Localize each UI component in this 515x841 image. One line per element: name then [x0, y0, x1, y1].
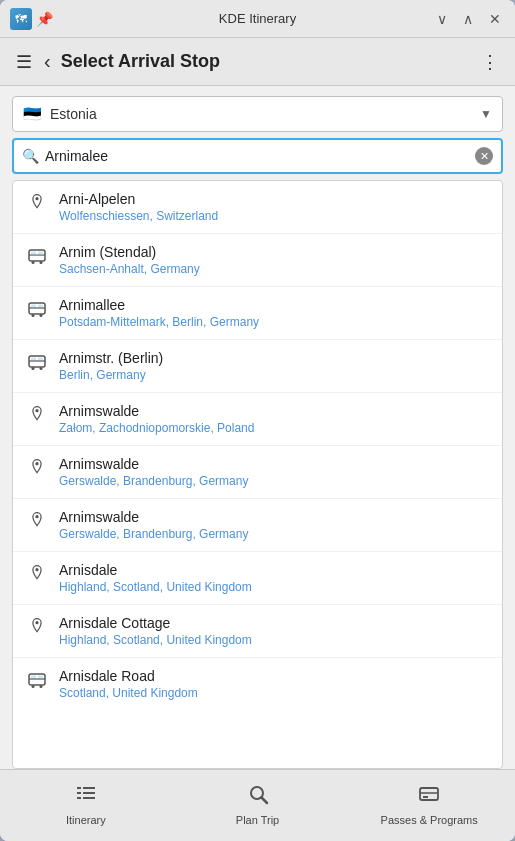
- svg-rect-39: [83, 797, 95, 799]
- svg-point-22: [35, 409, 38, 412]
- list-item[interactable]: Arnimswalde Gerswalde, Brandenburg, Germ…: [13, 446, 502, 499]
- result-name: Arnim (Stendal): [59, 244, 488, 260]
- svg-point-24: [35, 515, 38, 518]
- nav-plan-trip[interactable]: Plan Trip: [172, 770, 344, 841]
- svg-point-17: [32, 367, 35, 370]
- svg-rect-37: [83, 792, 95, 794]
- passes-icon: [418, 783, 440, 810]
- back-icon: ‹: [44, 50, 51, 73]
- result-name: Arnisdale Cottage: [59, 615, 488, 631]
- list-item[interactable]: Arni-Alpelen Wolfenschiessen, Switzerlan…: [13, 181, 502, 234]
- result-name: Arnimstr. (Berlin): [59, 350, 488, 366]
- list-item[interactable]: Arnimswalde Gerswalde, Brandenburg, Germ…: [13, 499, 502, 552]
- plan-trip-nav-label: Plan Trip: [236, 814, 279, 827]
- list-item[interactable]: Arnisdale Highland, Scotland, United Kin…: [13, 552, 502, 605]
- result-location: Wolfenschiessen, Switzerland: [59, 209, 488, 223]
- svg-rect-32: [31, 676, 36, 679]
- svg-rect-33: [38, 676, 43, 679]
- svg-rect-38: [77, 797, 81, 799]
- bus-stop-icon: [27, 670, 47, 690]
- menu-button[interactable]: ☰: [10, 45, 38, 79]
- app-icon: 🗺: [10, 8, 32, 30]
- bottom-navigation: Itinerary Plan Trip Passes & Programs: [0, 769, 515, 841]
- svg-point-3: [32, 261, 35, 264]
- close-button[interactable]: ✕: [485, 9, 505, 29]
- bus-stop-icon: [27, 299, 47, 319]
- svg-point-10: [32, 314, 35, 317]
- minimize-button[interactable]: ∨: [433, 9, 451, 29]
- svg-point-0: [35, 197, 38, 200]
- list-icon: [75, 783, 97, 810]
- svg-rect-42: [420, 788, 438, 800]
- result-location: Gerswalde, Brandenburg, Germany: [59, 474, 488, 488]
- svg-rect-44: [423, 796, 428, 798]
- passes-nav-label: Passes & Programs: [381, 814, 478, 827]
- location-pin-icon: [27, 458, 47, 476]
- location-pin-icon: [27, 405, 47, 423]
- results-list: Arni-Alpelen Wolfenschiessen, Switzerlan…: [12, 180, 503, 769]
- search-box: 🔍 ✕: [12, 138, 503, 174]
- location-pin-icon: [27, 617, 47, 635]
- list-item[interactable]: Arnimallee Potsdam-Mittelmark, Berlin, G…: [13, 287, 502, 340]
- nav-passes-programs[interactable]: Passes & Programs: [343, 770, 515, 841]
- page-title: Select Arrival Stop: [61, 51, 475, 72]
- svg-point-23: [35, 462, 38, 465]
- svg-rect-6: [31, 252, 36, 255]
- result-location: Gerswalde, Brandenburg, Germany: [59, 527, 488, 541]
- result-location: Załom, Zachodniopomorskie, Poland: [59, 421, 488, 435]
- svg-rect-7: [38, 252, 43, 255]
- svg-point-11: [40, 314, 43, 317]
- maximize-button[interactable]: ∧: [459, 9, 477, 29]
- bus-stop-icon: [27, 352, 47, 372]
- result-name: Arni-Alpelen: [59, 191, 488, 207]
- list-item[interactable]: Arnimswalde Załom, Zachodniopomorskie, P…: [13, 393, 502, 446]
- search-icon: 🔍: [22, 148, 39, 164]
- result-location: Potsdam-Mittelmark, Berlin, Germany: [59, 315, 488, 329]
- hamburger-icon: ☰: [16, 51, 32, 73]
- result-name: Arnimallee: [59, 297, 488, 313]
- location-pin-icon: [27, 564, 47, 582]
- country-label: Estonia: [50, 106, 480, 122]
- svg-rect-14: [38, 305, 43, 308]
- svg-rect-34: [77, 787, 81, 789]
- svg-point-30: [40, 685, 43, 688]
- list-item[interactable]: Arnisdale Cottage Highland, Scotland, Un…: [13, 605, 502, 658]
- titlebar: 🗺 📌 KDE Itinerary ∨ ∧ ✕: [0, 0, 515, 38]
- list-item[interactable]: Arnimstr. (Berlin) Berlin, Germany: [13, 340, 502, 393]
- content-area: 🇪🇪 Estonia ▼ 🔍 ✕ Arni-Alpelen Wolfenschi…: [0, 86, 515, 769]
- more-button[interactable]: ⋮: [475, 45, 505, 79]
- result-name: Arnisdale Road: [59, 668, 488, 684]
- location-pin-icon: [27, 511, 47, 529]
- result-location: Scotland, United Kingdom: [59, 686, 488, 700]
- more-icon: ⋮: [481, 51, 499, 73]
- back-button[interactable]: ‹: [38, 44, 57, 79]
- result-location: Highland, Scotland, United Kingdom: [59, 580, 488, 594]
- location-pin-icon: [27, 193, 47, 211]
- window-title: KDE Itinerary: [219, 11, 296, 26]
- list-item[interactable]: Arnisdale Road Scotland, United Kingdom: [13, 658, 502, 710]
- bus-stop-icon: [27, 246, 47, 266]
- svg-point-26: [35, 621, 38, 624]
- result-name: Arnimswalde: [59, 403, 488, 419]
- svg-point-25: [35, 568, 38, 571]
- plan-trip-icon: [247, 783, 269, 810]
- list-item[interactable]: Arnim (Stendal) Sachsen-Anhalt, Germany: [13, 234, 502, 287]
- chevron-down-icon: ▼: [480, 107, 492, 121]
- result-name: Arnisdale: [59, 562, 488, 578]
- result-name: Arnimswalde: [59, 509, 488, 525]
- country-flag: 🇪🇪: [23, 105, 42, 123]
- svg-rect-36: [77, 792, 81, 794]
- result-name: Arnimswalde: [59, 456, 488, 472]
- svg-rect-13: [31, 305, 36, 308]
- svg-point-18: [40, 367, 43, 370]
- country-dropdown[interactable]: 🇪🇪 Estonia ▼: [12, 96, 503, 132]
- result-location: Highland, Scotland, United Kingdom: [59, 633, 488, 647]
- clear-search-button[interactable]: ✕: [475, 147, 493, 165]
- pin-icon: 📌: [36, 11, 53, 27]
- nav-itinerary[interactable]: Itinerary: [0, 770, 172, 841]
- itinerary-nav-label: Itinerary: [66, 814, 106, 827]
- svg-rect-21: [38, 358, 43, 361]
- search-input[interactable]: [45, 148, 475, 164]
- header: ☰ ‹ Select Arrival Stop ⋮: [0, 38, 515, 86]
- svg-rect-20: [31, 358, 36, 361]
